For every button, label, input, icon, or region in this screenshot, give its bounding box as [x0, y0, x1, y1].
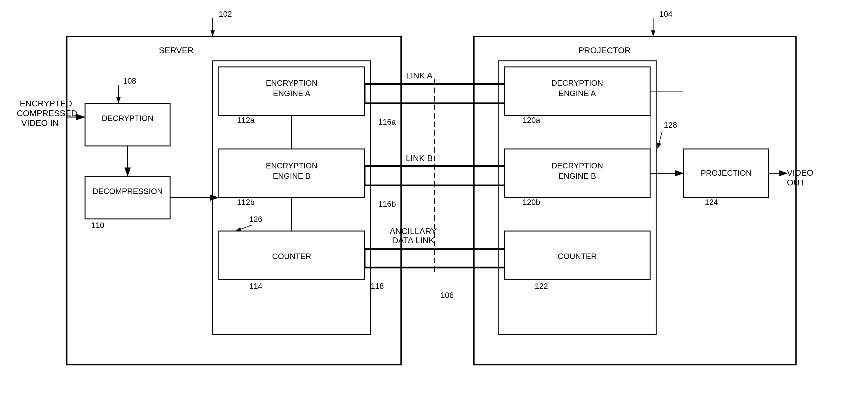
decryption-label: DECRYPTION: [102, 114, 153, 123]
enc-engine-b-label1: ENCRYPTION: [266, 161, 317, 170]
decompression-ref-num: 110: [91, 221, 104, 230]
ref-128-arrow: [658, 131, 662, 148]
ancillary-label2: DATA LINK: [392, 236, 434, 245]
counter-server-label: COUNTER: [272, 252, 311, 261]
projection-label: PROJECTION: [701, 169, 752, 178]
ref-128-num: 128: [664, 120, 677, 129]
decryption-box: [85, 104, 170, 146]
projector-ref-num: 104: [659, 9, 672, 19]
input-label3: VIDEO IN: [21, 118, 59, 128]
decryption-ref-num: 108: [123, 76, 136, 85]
dec-engine-b-ref: 120b: [523, 198, 540, 207]
ref-126-num: 126: [249, 215, 262, 224]
diagram-container: SERVER PROJECTOR 102 104 DECRYPTION 108 …: [0, 0, 868, 411]
server-ref-num: 102: [219, 9, 232, 19]
dec-engine-a-ref: 120a: [523, 116, 540, 125]
link-a-label: LINK A: [406, 71, 432, 80]
link-a-ref: 116a: [378, 117, 396, 126]
enc-engine-a-ref: 112a: [237, 116, 255, 125]
projector-label: PROJECTOR: [579, 46, 631, 55]
counter-projector-ref: 122: [535, 282, 548, 291]
channel-ref: 106: [440, 291, 454, 300]
counter-server-ref: 114: [249, 282, 262, 291]
projection-ref: 124: [705, 198, 718, 207]
dec-engine-b-label1: DECRYPTION: [551, 161, 603, 170]
dec-engine-a-label1: DECRYPTION: [551, 79, 603, 88]
server-label: SERVER: [159, 46, 194, 55]
link-b-ref: 116b: [378, 199, 396, 209]
input-label1: ENCRYPTED: [20, 99, 72, 108]
output-label: VIDEO: [787, 168, 813, 178]
output-label2: OUT: [787, 178, 805, 187]
link-b-label: LINK B: [406, 153, 433, 163]
ancillary-label1: ANCILLARY: [390, 227, 437, 236]
enc-engine-b-ref: 112b: [237, 198, 255, 207]
dec-engine-b-label2: ENGINE B: [558, 172, 596, 181]
counter-projector-label: COUNTER: [558, 252, 597, 261]
input-label2: COMPRESSED: [17, 109, 77, 118]
projector-box: [474, 36, 796, 365]
decompression-box: [85, 176, 170, 219]
decompression-label: DECOMPRESSION: [92, 187, 162, 196]
server-box: [67, 36, 401, 365]
enc-engine-a-label2: ENGINE A: [273, 89, 310, 98]
ancillary-ref: 118: [371, 282, 384, 291]
enc-engine-a-label1: ENCRYPTION: [266, 79, 317, 88]
enc-engine-b-label2: ENGINE B: [273, 172, 310, 181]
dec-engine-a-label2: ENGINE A: [559, 89, 596, 98]
ref-126-arrow: [236, 225, 252, 231]
